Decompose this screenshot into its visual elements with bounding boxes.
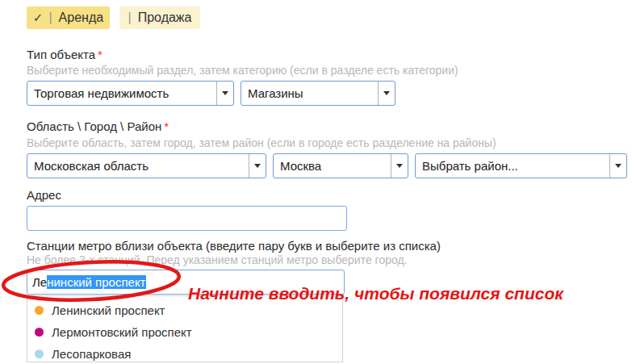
city-select[interactable]: Москва	[273, 153, 408, 178]
chevron-down-icon[interactable]	[391, 154, 408, 178]
object-section-select[interactable]: Торговая недвижимость	[27, 81, 234, 106]
chevron-down-icon[interactable]	[216, 82, 233, 105]
required-asterisk: *	[98, 48, 103, 61]
checkmark-icon: ✓	[33, 10, 44, 25]
required-asterisk: *	[164, 119, 169, 133]
chevron-down-icon[interactable]	[609, 154, 626, 178]
location-hint: Выберите область, затем город, затем рай…	[27, 136, 496, 149]
metro-input-typed: Ле	[32, 275, 47, 289]
deal-type-tabs: ✓ | Аренда | Продажа	[27, 6, 200, 29]
city-value: Москва	[274, 154, 391, 178]
red-text-annotation: Начните вводить, чтобы появился список	[188, 284, 563, 303]
chevron-down-icon[interactable]	[249, 154, 266, 178]
metro-station-name: Ленинский проспект	[52, 303, 165, 317]
object-category-value: Магазины	[241, 82, 378, 105]
tab-divider: |	[48, 10, 52, 25]
tab-sale[interactable]: | Продажа	[119, 6, 200, 29]
list-item-metro-station[interactable]: Лермонтовский проспект	[27, 321, 342, 343]
region-select[interactable]: Московская область	[27, 153, 266, 178]
chevron-down-icon[interactable]	[378, 82, 395, 105]
district-value: Выбрать район...	[416, 154, 609, 178]
tab-rent-label: Аренда	[59, 10, 104, 25]
metro-station-name: Лесопарковая	[52, 347, 131, 361]
object-type-label: Тип объекта*	[27, 48, 103, 61]
listing-form-page: ✓ | Аренда | Продажа Тип объекта* Выбери…	[0, 0, 636, 364]
object-type-row: Торговая недвижимость Магазины	[27, 81, 395, 106]
region-value: Московская область	[27, 154, 249, 178]
district-select[interactable]: Выбрать район...	[415, 153, 627, 178]
object-category-select[interactable]: Магазины	[241, 81, 395, 106]
address-input[interactable]	[27, 206, 347, 231]
object-type-hint: Выберите необходимый раздел, затем катег…	[27, 64, 458, 77]
object-section-value: Торговая недвижимость	[27, 82, 216, 105]
tab-sale-label: Продажа	[138, 10, 192, 25]
metro-input-selected-text: нинский проспект	[47, 275, 145, 289]
list-item-metro-station[interactable]: Лесопарковая	[27, 343, 342, 364]
metro-line-dot-icon	[35, 306, 44, 315]
metro-line-dot-icon	[35, 349, 44, 358]
location-row: Московская область Москва Выбрать район.…	[27, 153, 627, 178]
metro-line-dot-icon	[35, 328, 44, 337]
metro-hint: Не более 3-х станций. Перед указанием ст…	[27, 253, 408, 266]
tab-rent[interactable]: ✓ | Аренда	[27, 6, 110, 29]
address-label: Адрес	[27, 188, 61, 202]
metro-suggestion-list: Ленинский проспект Лермонтовский проспек…	[27, 295, 343, 362]
metro-station-name: Лермонтовский проспект	[52, 325, 192, 339]
metro-label: Станции метро вблизи объекта (введите па…	[27, 239, 441, 253]
location-label: Область \ Город \ Район*	[27, 119, 169, 133]
tab-divider: |	[128, 10, 132, 25]
